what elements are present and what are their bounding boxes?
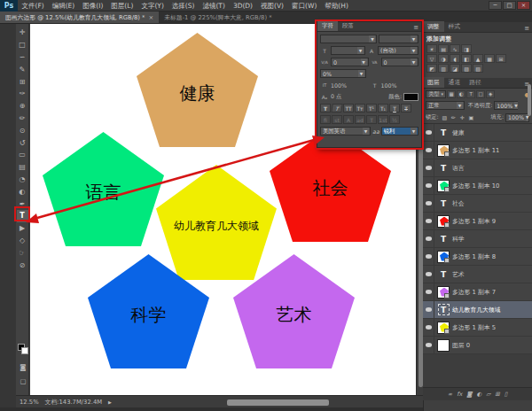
new-layer-icon[interactable]: ⊞ [495,391,499,398]
lock-position-icon[interactable]: ✛ [458,113,466,121]
tab-adjustments[interactable]: 调整 [423,21,444,32]
strikethrough-button[interactable]: T [401,104,411,112]
menu-item-7[interactable]: 3D(D) [229,0,256,12]
restore-button[interactable]: □ [503,1,516,10]
blend-mode-select[interactable]: 正常▼ [426,101,465,110]
layer-filter-kind-select[interactable]: 类型 ▾ [426,90,446,98]
panel-menu-icon[interactable]: ≡ [521,25,532,32]
layer-row[interactable]: 多边形 1 副本 8 [423,248,532,266]
eye-icon[interactable] [426,254,432,259]
layer-row[interactable]: T艺术 [423,266,532,283]
menu-item-6[interactable]: 滤镜(T) [199,0,229,12]
filter-adjustment-layers-icon[interactable]: ◐ [457,90,466,98]
hand-tool[interactable]: ☞ [17,246,28,259]
vibrance-icon[interactable]: ▽ [426,54,437,63]
layer-row[interactable]: 多边形 1 副本 11 [423,142,532,159]
layer-row[interactable]: T科学 [423,230,532,248]
color-lookup-icon[interactable]: ⊞ [496,54,506,63]
baseline-shift-field[interactable]: 0 点 [331,93,387,101]
channel-mixer-icon[interactable]: ▦ [484,54,495,63]
menu-item-4[interactable]: 文字(Y) [137,0,168,12]
filter-shape-layers-icon[interactable]: □ [476,90,485,98]
menu-item-0[interactable]: 文件(F) [18,0,48,12]
tab-character[interactable]: 字符 [317,21,338,31]
pentagon-yellow-center[interactable]: 幼儿教育几大领域 [156,165,277,280]
selective-color-icon[interactable]: ▧ [473,64,483,73]
vertical-scale-field[interactable]: 100% [331,82,369,89]
small-caps-button[interactable]: Tᴛ [355,104,365,112]
text-color-swatch[interactable] [403,93,419,101]
tab-paths[interactable]: 路径 [465,77,486,88]
lock-image-icon[interactable]: ✏ [450,113,458,121]
zoom-tool[interactable]: ⊘ [17,259,28,271]
ordinals-button[interactable]: 1st [378,115,388,124]
proportional-spacing-select[interactable]: 0%▼ [320,69,366,78]
all-caps-button[interactable]: TT [343,104,354,112]
link-layers-icon[interactable]: ∞ [448,391,452,398]
eye-icon[interactable] [426,130,432,135]
new-group-icon[interactable]: ▱ [486,391,490,398]
menu-item-8[interactable]: 视图(V) [257,0,288,12]
levels-icon[interactable]: ▤ [438,44,449,53]
crop-tool[interactable]: ⊞ [17,75,28,88]
faux-bold-button[interactable]: T [320,104,331,112]
invert-icon[interactable]: ◩ [426,64,437,73]
contextual-alternates-button[interactable]: st [332,115,342,124]
gradient-tool[interactable]: ▤ [17,161,28,174]
eye-icon[interactable] [426,343,432,347]
curves-icon[interactable]: ∿ [450,44,460,53]
document-tab-active[interactable]: 图画六边形 @ 12.5%(幼儿教育几大领域, RGB/8) * × [0,12,159,23]
dock-scrollbar-thumb[interactable] [528,84,531,116]
horizontal-scale-field[interactable]: 100% [381,82,419,89]
underline-button[interactable]: T [389,104,400,112]
brush-tool[interactable]: ✏ [17,112,28,125]
layer-row[interactable]: T社会 [423,195,532,213]
anti-alias-select[interactable]: 锐利▼ [381,127,419,136]
menu-item-5[interactable]: 选择(S) [168,0,199,12]
font-style-select[interactable]: ▼ [379,35,419,43]
eye-icon[interactable] [426,325,432,330]
menu-item-2[interactable]: 图像(I) [79,0,107,12]
panel-menu-icon[interactable]: ≡ [411,24,421,31]
subscript-button[interactable]: T₁ [378,104,388,112]
layer-row[interactable]: 多边形 1 副本 10 [423,177,532,195]
layer-row[interactable]: T健康 [423,124,532,142]
filter-pixel-layers-icon[interactable]: ▦ [447,90,456,98]
tab-channels[interactable]: 通道 [444,77,466,88]
stylistic-alternates-button[interactable]: A [343,115,354,124]
status-menu-arrow-icon[interactable]: ▶ [108,399,112,405]
layer-row[interactable]: 多边形 1 副本 9 [423,213,532,230]
dodge-tool[interactable]: ◐ [17,185,28,198]
rectangular-marquee-tool[interactable]: □ [17,39,28,51]
tab-layers[interactable]: 图层 [423,77,444,88]
visibility-cell[interactable] [423,301,434,319]
quick-selection-tool[interactable]: ✎ [17,63,28,75]
color-balance-icon[interactable]: ◖ [450,54,460,63]
eye-icon[interactable] [426,237,432,241]
add-layer-mask-icon[interactable]: ◙ [466,391,472,398]
visibility-cell[interactable] [423,283,434,301]
tab-styles[interactable]: 样式 [444,21,466,32]
ligatures-button[interactable]: fi [320,115,331,124]
eye-icon[interactable] [426,272,432,276]
lasso-tool[interactable]: ∽ [17,51,28,64]
eye-icon[interactable] [426,219,432,223]
threshold-icon[interactable]: ◪ [450,64,460,73]
lock-transparency-icon[interactable]: ▨ [441,113,449,121]
black-white-icon[interactable]: ◧ [461,54,472,63]
eye-icon[interactable] [426,166,432,170]
language-select[interactable]: 美国英语▼ [320,127,371,136]
menu-item-9[interactable]: 窗口(W) [288,0,321,12]
screen-mode-button[interactable]: ▢ [18,376,28,386]
eraser-tool[interactable]: ▭ [17,149,28,161]
pentagon-tan-health[interactable]: 健康 [137,33,258,147]
close-tab-icon[interactable]: × [149,14,154,21]
spot-healing-brush-tool[interactable]: ⊕ [17,100,28,112]
faux-italic-button[interactable]: T [331,104,342,112]
eye-icon[interactable] [426,290,432,294]
visibility-cell[interactable] [423,319,434,337]
leading-select[interactable]: (自动)▼ [378,46,419,55]
layer-row[interactable]: 多边形 1 副本 7 [423,283,532,301]
quick-mask-button[interactable]: ◙ [18,361,28,372]
new-adjustment-layer-icon[interactable]: ◐ [477,391,482,398]
